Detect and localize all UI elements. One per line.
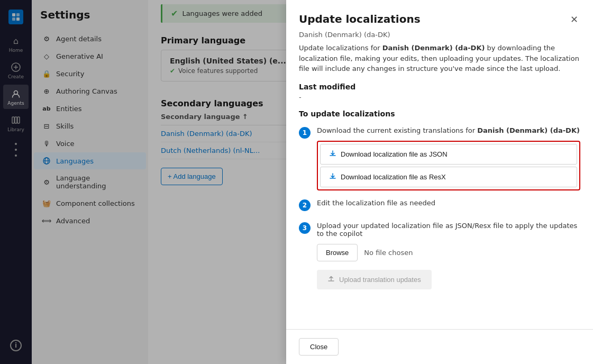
last-modified-section: Last modified -	[286, 83, 593, 110]
close-button[interactable]: Close	[299, 338, 339, 356]
to-update-section: To update localizations 1 Download the c…	[286, 110, 593, 298]
download-json-button[interactable]: Download localization file as JSON	[320, 144, 577, 165]
modal-subtitle: Danish (Denmark) (da-DK)	[286, 31, 593, 43]
browse-button[interactable]: Browse	[317, 244, 358, 261]
modal-desc-prefix: Update localizations for	[299, 44, 382, 52]
step-2-text: Edit the localization file as needed	[317, 199, 580, 207]
modal-description: Update localizations for Danish (Denmark…	[286, 43, 593, 83]
step-1-bold: Danish (Denmark) (da-DK)	[477, 126, 580, 134]
step-1: 1 Download the current existing translat…	[299, 126, 580, 190]
upload-translation-button[interactable]: Upload translation updates	[317, 270, 432, 289]
step-1-content: Download the current existing translatio…	[317, 126, 580, 190]
step-2-number: 2	[299, 199, 311, 211]
upload-icon	[327, 275, 335, 284]
download-json-icon	[329, 150, 336, 159]
step-3-content: Upload your updated localization file as…	[317, 222, 580, 289]
download-resx-label: Download localization file as ResX	[341, 173, 446, 181]
step-1-prefix: Download the current existing translatio…	[317, 126, 477, 134]
modal-close-button[interactable]: ✕	[568, 13, 580, 26]
step-1-text: Download the current existing translatio…	[317, 126, 580, 134]
download-resx-button[interactable]: Download localization file as ResX	[320, 167, 577, 187]
step-3-number: 3	[299, 222, 311, 234]
step-1-number: 1	[299, 127, 311, 139]
last-modified-label: Last modified	[299, 83, 580, 91]
step-3: 3 Upload your updated localization file …	[299, 222, 580, 289]
step-2-content: Edit the localization file as needed	[317, 199, 580, 213]
download-json-label: Download localization file as JSON	[341, 150, 448, 158]
upload-btn-label: Upload translation updates	[339, 276, 421, 284]
modal-desc-bold: Danish (Denmark) (da-DK)	[382, 44, 485, 52]
step-2: 2 Edit the localization file as needed	[299, 199, 580, 213]
no-file-text: No file chosen	[364, 249, 413, 257]
modal-header-left: Update localizations	[299, 13, 421, 25]
modal-title: Update localizations	[299, 13, 421, 25]
browse-section: Browse No file chosen	[317, 244, 580, 261]
modal-footer: Close	[286, 329, 593, 364]
download-buttons-container: Download localization file as JSON Downl…	[317, 141, 580, 190]
step-3-text: Upload your updated localization file as…	[317, 222, 580, 238]
to-update-label: To update localizations	[299, 110, 580, 118]
last-modified-value: -	[299, 93, 580, 101]
download-resx-icon	[329, 172, 336, 181]
update-localizations-modal: Update localizations ✕ Danish (Denmark) …	[286, 0, 593, 364]
modal-header: Update localizations ✕	[286, 0, 593, 31]
modal-overlay: Update localizations ✕ Danish (Denmark) …	[0, 0, 593, 364]
